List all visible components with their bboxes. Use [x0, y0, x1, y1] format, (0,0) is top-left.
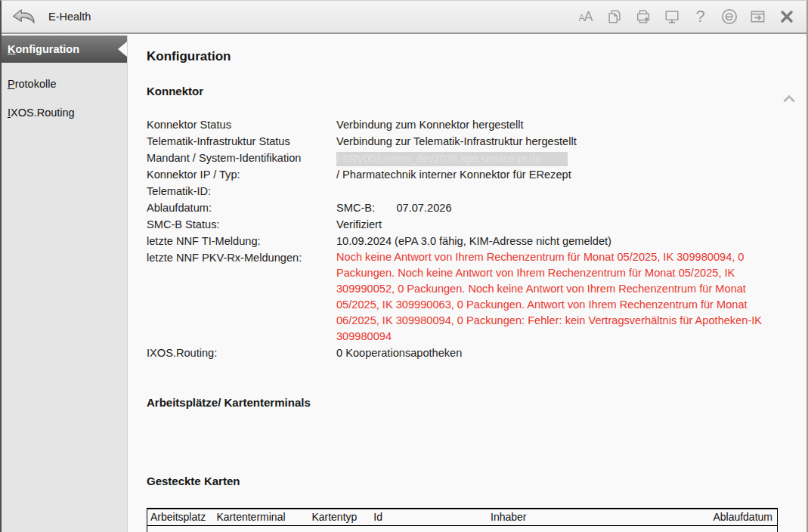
titlebar: E-Health AA [2, 1, 806, 34]
row-value: SMC-B: 07.07.2026 [336, 200, 785, 216]
column-header-inhaber: Inhaber [488, 509, 696, 526]
redacted-value-bar: / SRV001.intern_dev2028.apo.service-pt.d… [336, 152, 568, 166]
row-value: Verbindung zum Konnektor hergestellt [336, 116, 785, 133]
row-value [336, 183, 785, 200]
column-header-id: Id [370, 509, 488, 526]
column-header-kartenterminal: Kartenterminal [213, 509, 308, 526]
config-row: Ablaufdatum:SMC-B: 07.07.2026 [147, 200, 785, 216]
sidebar-item-konfiguration[interactable]: Konfiguration [2, 36, 127, 63]
print-icon[interactable] [633, 8, 652, 26]
config-row: letzte NNF PKV-Rx-Meldungen:Noch keine A… [147, 249, 785, 345]
config-row: Telematik-ID: [147, 183, 785, 200]
sidebar-item-ixos-routing[interactable]: IXOS.Routing [2, 98, 127, 127]
sidebar-item-protokolle[interactable]: Protokolle [2, 70, 127, 98]
close-icon[interactable] [777, 8, 796, 26]
row-label: letzte NNF TI-Meldung: [147, 233, 336, 249]
row-label: SMC-B Status: [147, 216, 336, 233]
collapse-section-button[interactable] [782, 93, 797, 105]
sidebar: KonfigurationProtokolleIXOS.Routing [2, 36, 128, 532]
column-header-ablaufdatum: Ablaufdatum [697, 509, 778, 526]
konnektor-status-list: Konnektor StatusVerbindung zum Konnektor… [147, 116, 785, 361]
row-value: / Pharmatechnik interner Konnektor für E… [336, 166, 785, 183]
config-row: Konnektor StatusVerbindung zum Konnektor… [147, 116, 785, 133]
sidebar-item-label: Konfiguration [8, 43, 121, 55]
row-value: 10.09.2024 (ePA 3.0 fähig, KIM-Adresse n… [336, 233, 785, 249]
ehealth-e-icon[interactable] [720, 8, 738, 26]
row-value: Noch keine Antwort von Ihrem Rechenzentr… [336, 249, 785, 345]
sidebar-item-label: Protokolle [8, 78, 121, 90]
row-value: 0 Kooperationsapotheken [336, 345, 785, 361]
main-content: Konfiguration Konnektor Konnektor Status… [128, 34, 806, 532]
sidebar-item-label: IXOS.Routing [8, 107, 121, 119]
toolbar: AA [576, 8, 796, 26]
page-title: Konfiguration [147, 49, 806, 64]
section-title-gesteckte-karten: Gesteckte Karten [147, 475, 806, 487]
config-row: Mandant / System-Identifikation/ SRV001.… [147, 150, 785, 166]
back-button[interactable] [9, 6, 38, 27]
column-header-arbeitsplatz: Arbeitsplatz [147, 509, 214, 526]
monitor-icon[interactable] [662, 8, 681, 26]
window-title: E-Health [48, 11, 91, 23]
ehealth-window: E-Health AA [0, 0, 808, 532]
config-row: SMC-B Status:Verifiziert [147, 216, 785, 233]
selected-tab-notch [118, 42, 127, 57]
config-row: IXOS.Routing:0 Kooperationsapotheken [147, 345, 785, 361]
row-value: / SRV001.intern_dev2028.apo.service-pt.d… [336, 150, 785, 166]
back-arrow-icon [11, 7, 36, 26]
row-label: Mandant / System-Identifikation [147, 150, 336, 166]
chevron-up-icon [782, 93, 797, 105]
row-value: Verbindung zur Telematik-Infrastruktur h… [336, 133, 785, 150]
config-row: letzte NNF TI-Meldung:10.09.2024 (ePA 3.… [147, 233, 785, 249]
window-switch-icon[interactable] [748, 8, 767, 26]
row-label: Konnektor IP / Typ: [147, 166, 336, 183]
copy-icon[interactable] [605, 8, 624, 26]
config-row: Konnektor IP / Typ:/ Pharmatechnik inter… [147, 166, 785, 183]
gesteckte-karten-table: ArbeitsplatzKartenterminalKartentypIdInh… [147, 508, 778, 532]
section-title-konnektor: Konnektor [147, 85, 806, 97]
column-header-kartentyp: Kartentyp [308, 509, 370, 526]
section-title-arbeitsplaetze: Arbeitsplätze/ Kartenterminals [147, 396, 806, 409]
row-label: IXOS.Routing: [147, 345, 336, 361]
row-label: Ablaufdatum: [147, 200, 336, 216]
row-label: Telematik-Infrastruktur Status [147, 133, 336, 150]
row-value: Verifiziert [336, 216, 785, 233]
row-label: Konnektor Status [147, 116, 336, 133]
row-label: Telematik-ID: [147, 183, 336, 200]
row-label: letzte NNF PKV-Rx-Meldungen: [147, 249, 336, 345]
table-header-row: ArbeitsplatzKartenterminalKartentypIdInh… [147, 509, 778, 526]
table-empty-row [147, 526, 778, 532]
config-row: Telematik-Infrastruktur StatusVerbindung… [147, 133, 785, 150]
help-icon[interactable]: ? [691, 8, 710, 26]
font-size-icon[interactable]: AA [576, 8, 595, 26]
